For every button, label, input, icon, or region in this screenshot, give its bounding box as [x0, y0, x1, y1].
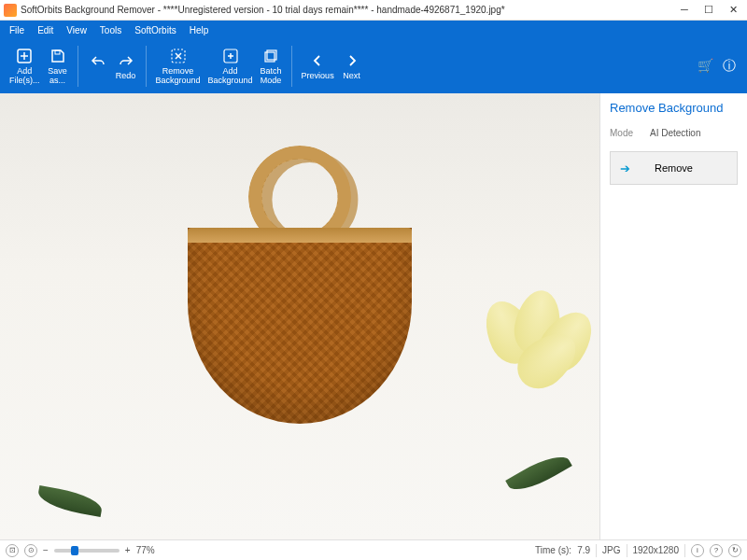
remove-bg-icon: [169, 47, 188, 65]
time-value: 7.9: [577, 545, 590, 555]
plus-icon: [15, 47, 34, 65]
panel-title: Remove Background: [610, 101, 738, 115]
save-as-button[interactable]: Saveas...: [44, 45, 72, 88]
fit-screen-button[interactable]: ⊡: [6, 544, 19, 557]
batch-mode-button[interactable]: BatchMode: [257, 45, 286, 88]
next-button[interactable]: Next: [338, 49, 366, 83]
close-button[interactable]: ✕: [726, 4, 740, 16]
redo-icon: [117, 51, 135, 70]
titlebar: SoftOrbits Background Remover - ****Unre…: [0, 0, 747, 21]
statusbar: ⊡ ⊙ − + 77% Time (s): 7.9 JPG 1920x1280 …: [0, 539, 747, 560]
previous-button[interactable]: Previous: [298, 49, 338, 83]
toolbar-separator: [146, 46, 147, 87]
previous-icon: [308, 51, 327, 70]
workspace: Remove Background Mode AI Detection ➔ Re…: [0, 93, 747, 539]
mode-value[interactable]: AI Detection: [650, 128, 700, 138]
zoom-percent: 77%: [136, 545, 155, 555]
next-icon: [343, 51, 361, 70]
help-status-icon[interactable]: i: [691, 544, 704, 557]
toolbar-separator: [78, 46, 78, 87]
format-label: JPG: [602, 545, 620, 555]
actual-size-button[interactable]: ⊙: [24, 544, 37, 557]
time-label: Time (s):: [535, 545, 571, 555]
menu-file[interactable]: File: [4, 23, 30, 37]
undo-button[interactable]: [84, 49, 112, 83]
menu-softorbits[interactable]: SoftOrbits: [129, 23, 181, 37]
redo-button[interactable]: Redo: [112, 49, 140, 83]
batch-icon: [261, 47, 280, 65]
about-status-icon[interactable]: ↻: [728, 544, 741, 557]
add-background-button[interactable]: AddBackground: [204, 45, 257, 88]
minimize-button[interactable]: ─: [678, 4, 691, 16]
menu-edit[interactable]: Edit: [32, 23, 59, 37]
settings-status-icon[interactable]: ?: [710, 544, 723, 557]
save-icon: [49, 47, 67, 65]
remove-button[interactable]: ➔ Remove: [610, 151, 738, 185]
zoom-out-button[interactable]: −: [43, 545, 49, 555]
remove-background-button[interactable]: RemoveBackground: [152, 45, 204, 88]
undo-icon: [89, 51, 107, 70]
arrow-right-icon: ➔: [620, 161, 630, 175]
toolbar: AddFile(s)... Saveas... Redo RemoveBackg…: [0, 39, 747, 93]
loaded-image: [0, 93, 599, 539]
mode-label: Mode: [610, 128, 633, 138]
info-icon[interactable]: ⓘ: [723, 58, 736, 75]
dimensions-label: 1920x1280: [633, 545, 680, 555]
zoom-in-button[interactable]: +: [125, 545, 131, 555]
cart-icon[interactable]: 🛒: [698, 58, 713, 75]
app-icon: [4, 4, 17, 17]
maximize-button[interactable]: ☐: [702, 4, 715, 16]
window-title: SoftOrbits Background Remover - ****Unre…: [21, 5, 678, 15]
zoom-slider[interactable]: [54, 549, 120, 553]
add-bg-icon: [221, 47, 240, 65]
menu-tools[interactable]: Tools: [94, 23, 127, 37]
menu-help[interactable]: Help: [184, 23, 215, 37]
canvas-area[interactable]: [0, 93, 599, 539]
toolbar-separator: [291, 46, 292, 87]
menubar: File Edit View Tools SoftOrbits Help: [0, 21, 747, 39]
add-files-button[interactable]: AddFile(s)...: [6, 45, 44, 88]
menu-view[interactable]: View: [61, 23, 92, 37]
side-panel: Remove Background Mode AI Detection ➔ Re…: [599, 93, 747, 539]
